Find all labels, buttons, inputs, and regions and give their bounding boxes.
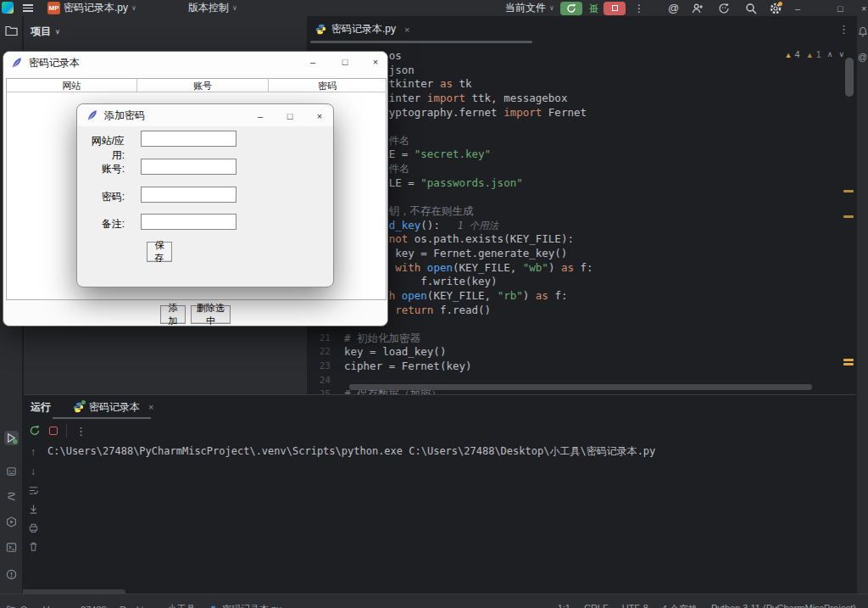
rerun-console-button[interactable] xyxy=(29,425,41,437)
indent-widget[interactable]: 4 个空格 xyxy=(662,603,698,608)
project-widget[interactable]: MP 密码记录本.py ∨ xyxy=(47,0,136,16)
error-stripe-mark[interactable] xyxy=(843,363,854,365)
tab-options-button[interactable]: ⋮ xyxy=(838,23,849,36)
run-tool-button[interactable] xyxy=(4,431,19,445)
account-input[interactable] xyxy=(141,159,236,175)
breadcrumb-item[interactable]: 27488 xyxy=(81,605,107,608)
vcs-widget[interactable]: 版本控制 ∨ xyxy=(188,0,237,16)
python-console-tool-button[interactable] xyxy=(4,489,19,504)
tk-main-maximize-button[interactable]: □ xyxy=(336,54,354,70)
website-input[interactable] xyxy=(141,131,236,147)
services-tool-button[interactable] xyxy=(4,515,19,529)
ai-assistant-button[interactable]: @ xyxy=(668,0,679,16)
close-button[interactable]: × xyxy=(861,0,868,16)
delete-selected-button[interactable]: 删除选中 xyxy=(191,305,231,324)
stop-console-button[interactable] xyxy=(49,427,58,435)
error-stripe-mark[interactable] xyxy=(843,359,854,361)
debug-button[interactable] xyxy=(588,0,599,16)
code-line[interactable]: 20 xyxy=(307,317,856,332)
interpreter-widget[interactable]: Python 3.11 (PyCharmMiscProject) xyxy=(711,603,856,608)
code-line[interactable]: 8KEY_FILE = "secret.key" xyxy=(307,148,856,162)
error-stripe-mark[interactable] xyxy=(843,215,854,218)
encoding-widget[interactable]: UTF-8 xyxy=(622,603,648,608)
editor-v-scrollbar[interactable] xyxy=(845,58,854,97)
notifications-button[interactable] xyxy=(858,26,868,37)
code-line[interactable]: 1import os xyxy=(307,49,856,64)
code-line[interactable]: 7# 密钥文件名 xyxy=(307,134,856,148)
project-tool-button[interactable] xyxy=(4,24,19,38)
tk-main-minimize-button[interactable]: – xyxy=(303,54,322,70)
breadcrumb-item[interactable]: Desktop xyxy=(120,605,153,608)
soft-wrap-button[interactable] xyxy=(28,485,39,496)
breadcrumb-item[interactable]: C: xyxy=(20,605,30,608)
code-line[interactable]: 5from cryptography.fernet import Fernet xyxy=(307,106,856,120)
editor-h-scrollbar[interactable] xyxy=(349,384,812,390)
next-problem-button[interactable]: ∨ xyxy=(838,50,844,59)
tk-dialog-minimize-button[interactable]: – xyxy=(251,109,270,124)
inspections-widget[interactable]: ▲ 4 ▲ 1 ∧ ∨ xyxy=(785,49,844,59)
code-line[interactable]: 2import json xyxy=(307,64,856,78)
sync-button[interactable] xyxy=(718,0,730,16)
rerun-button[interactable] xyxy=(560,2,582,15)
python-packages-tool-button[interactable] xyxy=(4,464,19,478)
run-more-button[interactable]: ⋮ xyxy=(634,0,644,16)
add-button[interactable]: 添加 xyxy=(160,305,186,324)
caret-position-widget[interactable]: 1:1 xyxy=(558,603,570,608)
ai-assistant-tool-button[interactable]: @ xyxy=(858,52,867,62)
run-tab[interactable]: 密码记录本 × xyxy=(73,400,153,415)
scroll-to-end-button[interactable] xyxy=(28,504,39,515)
code-line[interactable]: 18 with open(KEY_FILE, "rb") as f: xyxy=(307,289,856,304)
console-more-button[interactable]: ⋮ xyxy=(75,425,86,438)
run-config-widget[interactable]: 当前文件 ∨ xyxy=(505,0,554,16)
tk-dialog-maximize-button[interactable]: □ xyxy=(281,109,299,124)
code-with-me-button[interactable] xyxy=(692,0,704,16)
line-ending-widget[interactable]: CRLF xyxy=(584,603,609,608)
code-line[interactable]: 12# 加载密钥，不存在则生成 xyxy=(307,204,856,219)
breadcrumb-item[interactable]: 密码记录本.py xyxy=(222,603,281,608)
minimize-button[interactable]: – xyxy=(795,0,819,16)
code-line[interactable]: 10DATA_FILE = "passwords.json" xyxy=(307,176,856,191)
code-line[interactable]: 19 return f.read() xyxy=(307,304,856,318)
code-line[interactable]: 13def load_key(): 1 个用法 xyxy=(307,219,856,233)
editor[interactable]: 1import os2import json3import tkinter as… xyxy=(307,47,856,394)
code-line[interactable]: 11 xyxy=(307,190,856,204)
code-line[interactable]: 4from tkinter import ttk, messagebox xyxy=(307,92,856,106)
code-line[interactable]: 22key = load_key() xyxy=(307,345,856,360)
code-line[interactable]: 14 if not os.path.exists(KEY_FILE): xyxy=(307,232,856,247)
password-input[interactable] xyxy=(141,187,236,203)
breadcrumb-item[interactable]: 小工具 xyxy=(167,603,195,608)
search-everywhere-button[interactable] xyxy=(745,0,757,16)
prev-problem-button[interactable]: ∧ xyxy=(827,50,833,59)
editor-tab[interactable]: 密码记录本.py × xyxy=(315,22,409,36)
save-button[interactable]: 保存 xyxy=(147,242,172,262)
code-line[interactable]: 3import tkinter as tk xyxy=(307,77,856,92)
run-tab-close-icon[interactable]: × xyxy=(148,402,153,412)
project-panel-header[interactable]: 项目 ∨ xyxy=(31,25,60,39)
breadcrumb-item[interactable]: Users xyxy=(43,605,68,608)
tab-close-icon[interactable]: × xyxy=(404,25,409,35)
up-stacktrace-button[interactable]: ↑ xyxy=(31,446,36,458)
tk-dialog-titlebar[interactable]: 添加密码 – □ × xyxy=(77,104,333,126)
column-header-password[interactable]: 密码 xyxy=(269,79,386,92)
note-input[interactable] xyxy=(141,214,236,230)
terminal-tool-button[interactable] xyxy=(4,540,19,555)
code-line[interactable]: 21# 初始化加密器 xyxy=(307,332,856,346)
code-line[interactable]: 9# 数据文件名 xyxy=(307,162,856,176)
problems-tool-button[interactable] xyxy=(4,567,19,582)
column-header-account[interactable]: 账号 xyxy=(137,79,269,92)
clear-button[interactable] xyxy=(28,541,39,552)
console-output[interactable]: C:\Users\27488\PyCharmMiscProject\.venv\… xyxy=(47,444,655,459)
down-stacktrace-button[interactable]: ↓ xyxy=(31,466,36,477)
error-stripe-mark[interactable] xyxy=(843,190,854,192)
code-line[interactable]: 17 f.write(key) xyxy=(307,275,856,289)
tk-main-titlebar[interactable]: 密码记录本 – □ × xyxy=(3,52,387,74)
stop-button[interactable] xyxy=(604,2,626,15)
code-line[interactable]: 6 xyxy=(307,120,856,134)
code-line[interactable]: 15 key = Fernet.generate_key() xyxy=(307,247,856,261)
settings-button[interactable] xyxy=(770,0,782,16)
column-header-website[interactable]: 网站 xyxy=(7,79,137,92)
tk-main-close-button[interactable]: × xyxy=(366,54,385,70)
tk-dialog-close-button[interactable]: × xyxy=(310,109,329,124)
maximize-button[interactable]: □ xyxy=(837,0,861,16)
code-line[interactable]: 16 with open(KEY_FILE, "wb") as f: xyxy=(307,261,856,276)
